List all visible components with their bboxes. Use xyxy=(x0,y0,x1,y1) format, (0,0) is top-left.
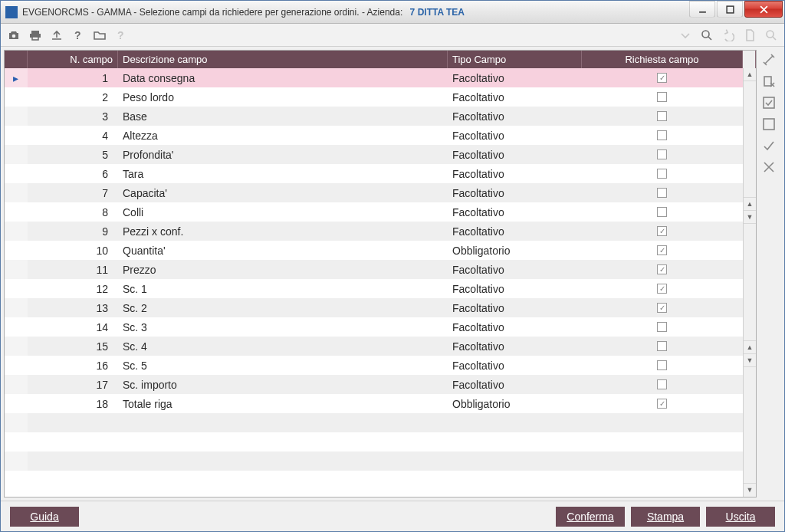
undo-icon[interactable] xyxy=(721,28,735,42)
uscita-button[interactable]: Uscita xyxy=(706,507,775,527)
table-row[interactable]: 15Sc. 4Facoltativo xyxy=(5,337,756,356)
cell-richiesta[interactable] xyxy=(582,317,743,337)
cell-richiesta[interactable] xyxy=(582,241,743,260)
header-tipo[interactable]: Tipo Campo xyxy=(448,51,582,68)
checkbox[interactable] xyxy=(657,341,667,351)
scroll-gap-1[interactable]: ▲ xyxy=(744,198,756,211)
delete-row-icon[interactable] xyxy=(762,74,776,88)
cell-richiesta[interactable] xyxy=(582,375,743,394)
cell-richiesta[interactable] xyxy=(582,87,743,107)
checkbox[interactable] xyxy=(657,360,667,370)
data-grid[interactable]: N. campo Descrizione campo Tipo Campo Ri… xyxy=(4,50,757,498)
table-row-empty[interactable] xyxy=(5,413,756,432)
table-row[interactable]: 12Sc. 1Facoltativo xyxy=(5,279,756,298)
cancel-icon[interactable] xyxy=(762,160,776,174)
cell-richiesta[interactable] xyxy=(582,394,743,413)
checkbox[interactable] xyxy=(657,399,667,409)
conferma-button[interactable]: Conferma xyxy=(556,507,625,527)
search-icon[interactable] xyxy=(700,28,714,42)
table-row[interactable]: 11PrezzoFacoltativo xyxy=(5,260,756,279)
tools-icon[interactable] xyxy=(762,53,776,67)
table-row[interactable]: 18Totale rigaObbligatorio xyxy=(5,394,756,413)
checkbox[interactable] xyxy=(657,264,667,274)
scroll-gap-4[interactable]: ▼ xyxy=(744,354,756,367)
cell-richiesta[interactable] xyxy=(582,164,743,183)
scroll-track-2[interactable] xyxy=(744,224,756,340)
table-row[interactable]: 9Pezzi x conf.Facoltativo xyxy=(5,222,756,241)
folder-icon[interactable] xyxy=(93,28,107,42)
table-row[interactable]: 6TaraFacoltativo xyxy=(5,164,756,183)
grid-body[interactable]: ▸1Data consegnaFacoltativo2Peso lordoFac… xyxy=(5,68,756,497)
cell-richiesta[interactable] xyxy=(582,298,743,317)
table-row-empty[interactable] xyxy=(5,471,756,490)
scroll-gap-3[interactable]: ▲ xyxy=(744,341,756,354)
table-row-empty[interactable] xyxy=(5,432,756,452)
confirm-icon[interactable] xyxy=(762,139,776,153)
checkbox[interactable] xyxy=(657,207,667,217)
header-numero[interactable]: N. campo xyxy=(28,51,118,68)
table-row[interactable]: 8ColliFacoltativo xyxy=(5,202,756,222)
cell-richiesta[interactable] xyxy=(582,68,743,87)
document-icon[interactable] xyxy=(743,28,757,42)
table-row[interactable]: 7Capacita'Facoltativo xyxy=(5,183,756,202)
row-indicator xyxy=(5,164,28,183)
table-row[interactable]: 2Peso lordoFacoltativo xyxy=(5,87,756,107)
table-row[interactable]: 16Sc. 5Facoltativo xyxy=(5,356,756,375)
upload-icon[interactable] xyxy=(50,28,64,42)
cell-richiesta[interactable] xyxy=(582,337,743,356)
checkbox[interactable] xyxy=(657,169,667,179)
table-row[interactable]: 10Quantita'Obbligatorio xyxy=(5,241,756,260)
table-row[interactable]: 17Sc. importoFacoltativo xyxy=(5,375,756,394)
search2-icon[interactable] xyxy=(764,28,778,42)
conferma-label: Conferma xyxy=(567,511,613,523)
scroll-track-3[interactable] xyxy=(744,367,756,484)
scroll-up-1[interactable]: ▲ xyxy=(744,68,756,81)
checkbox[interactable] xyxy=(657,245,667,255)
stampa-button[interactable]: Stampa xyxy=(631,507,700,527)
cell-richiesta[interactable] xyxy=(582,126,743,145)
scroll-gap-2[interactable]: ▼ xyxy=(744,211,756,224)
cell-richiesta[interactable] xyxy=(582,356,743,375)
table-row[interactable]: 5Profondita'Facoltativo xyxy=(5,145,756,164)
cell-richiesta[interactable] xyxy=(582,107,743,126)
cell-richiesta[interactable] xyxy=(582,260,743,279)
close-button[interactable] xyxy=(744,1,783,18)
table-row[interactable]: 3BaseFacoltativo xyxy=(5,107,756,126)
checkbox[interactable] xyxy=(657,73,667,83)
checkbox[interactable] xyxy=(657,149,667,159)
scroll-down-1[interactable]: ▼ xyxy=(744,484,756,497)
camera-icon[interactable] xyxy=(7,28,21,42)
table-row[interactable]: 13Sc. 2Facoltativo xyxy=(5,298,756,317)
header-descrizione[interactable]: Descrizione campo xyxy=(118,51,448,68)
checkbox[interactable] xyxy=(657,130,667,140)
dropdown-icon[interactable] xyxy=(678,28,692,42)
checkbox[interactable] xyxy=(657,226,667,236)
checkbox[interactable] xyxy=(657,92,667,102)
cell-richiesta[interactable] xyxy=(582,222,743,241)
checkbox[interactable] xyxy=(657,303,667,313)
table-row[interactable]: 14Sc. 3Facoltativo xyxy=(5,317,756,337)
help-icon[interactable]: ? xyxy=(71,28,85,42)
cell-richiesta[interactable] xyxy=(582,202,743,222)
header-richiesta[interactable]: Richiesta campo xyxy=(582,51,743,68)
check-all-icon[interactable] xyxy=(762,96,776,110)
maximize-button[interactable] xyxy=(717,1,743,18)
checkbox[interactable] xyxy=(657,188,667,198)
table-row[interactable]: 4AltezzaFacoltativo xyxy=(5,126,756,145)
scroll-track-1[interactable] xyxy=(744,81,756,198)
table-row[interactable]: ▸1Data consegnaFacoltativo xyxy=(5,68,756,87)
table-row-empty[interactable] xyxy=(5,452,756,471)
cell-descrizione: Tara xyxy=(118,164,448,183)
print-icon[interactable] xyxy=(28,28,42,42)
uncheck-all-icon[interactable] xyxy=(762,117,776,131)
cell-richiesta[interactable] xyxy=(582,183,743,202)
checkbox[interactable] xyxy=(657,379,667,389)
cell-richiesta[interactable] xyxy=(582,145,743,164)
guida-button[interactable]: Guida xyxy=(10,507,79,527)
checkbox[interactable] xyxy=(657,322,667,332)
vertical-scrollbar[interactable]: ▲ ▲ ▼ ▲ ▼ ▼ xyxy=(743,68,756,497)
checkbox[interactable] xyxy=(657,111,667,121)
minimize-button[interactable] xyxy=(689,1,715,18)
cell-richiesta[interactable] xyxy=(582,279,743,298)
checkbox[interactable] xyxy=(657,284,667,294)
